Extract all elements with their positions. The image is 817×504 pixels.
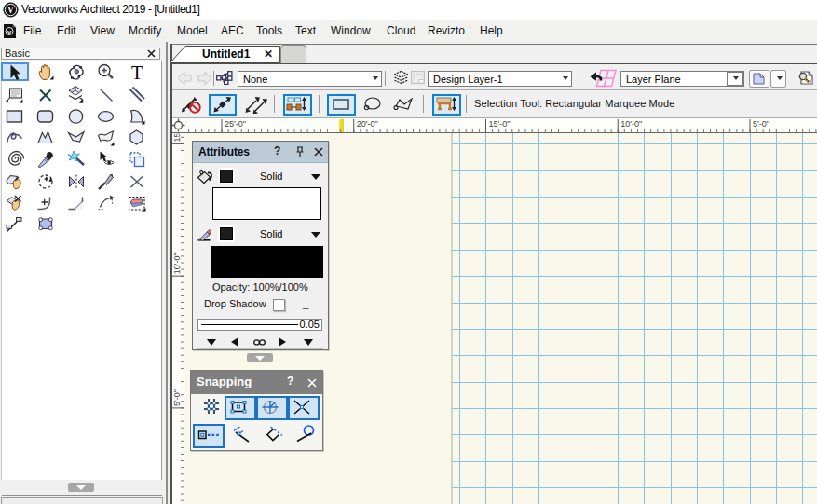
svg-text:15'-0": 15'-0" [172,120,182,142]
svg-text:V: V [7,6,14,15]
svg-text:15'-0": 15'-0" [489,119,511,129]
svg-text:5'-0": 5'-0" [172,389,182,406]
svg-text:5'-0": 5'-0" [753,119,769,129]
svg-text:25'-0": 25'-0" [225,119,246,129]
svg-text:T: T [131,63,143,82]
svg-text:20'-0": 20'-0" [357,119,378,129]
svg-text:10'-0": 10'-0" [172,252,182,274]
svg-text:10'-0": 10'-0" [620,119,642,129]
